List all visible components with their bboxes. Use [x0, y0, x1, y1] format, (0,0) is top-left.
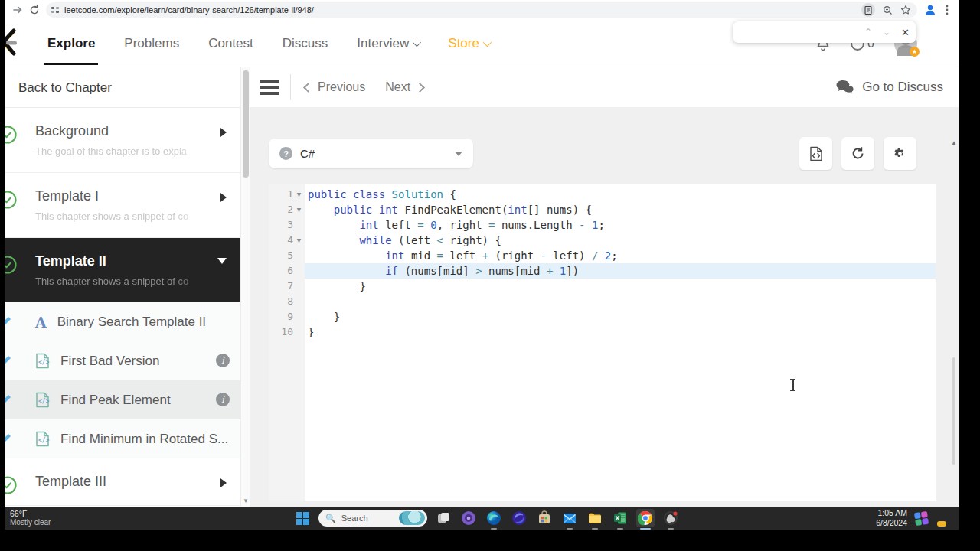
content-scroll-up-icon[interactable]: ▲ [951, 139, 957, 146]
windows-start-button[interactable] [293, 509, 312, 527]
search-daily-image [399, 511, 425, 525]
code-line-3[interactable]: 3 int left = 0, right = nums.Length - 1; [269, 217, 936, 233]
code-line-1[interactable]: 1▼public class Solution { [269, 187, 936, 202]
url-bar[interactable]: leetcode.com/explore/learn/card/binary-s… [46, 2, 917, 18]
language-select[interactable]: ? C# [269, 139, 473, 168]
search-icon: 🔍 [325, 514, 336, 523]
taskbar-app-chrome[interactable] [636, 509, 655, 527]
find-close-icon[interactable]: ✕ [901, 27, 910, 38]
code-lines: 1▼public class Solution {2▼ public int F… [269, 184, 936, 340]
sidebar-scrollbar-thumb[interactable] [243, 70, 249, 178]
tray-app-icon[interactable] [914, 510, 929, 525]
info-icon[interactable]: i [216, 354, 230, 367]
chapter-progress-icon [5, 125, 18, 145]
chevron-right-icon[interactable] [220, 193, 227, 202]
taskbar-apps: X [434, 509, 680, 527]
chapter-subtitle: The goal of this chapter is to expla [35, 145, 217, 157]
fold-arrow-icon[interactable]: ▼ [293, 233, 305, 248]
chapter-template-ii[interactable]: Template IIThis chapter shows a snippet … [5, 238, 240, 302]
line-number: 2 [269, 202, 293, 217]
taskbar-app-edge[interactable] [485, 509, 503, 527]
taskbar-app-mail[interactable] [560, 509, 579, 527]
nav-link-discuss[interactable]: Discuss [283, 20, 328, 67]
code-line-4[interactable]: 4▼ while (left < right) { [269, 233, 936, 248]
windows-taskbar: 66°F Mostly clear 🔍 Search X 1:05 AM 6/8… [5, 507, 959, 530]
previous-button[interactable]: Previous [305, 80, 365, 94]
fold-gutter [293, 263, 305, 279]
info-icon[interactable]: i [216, 393, 230, 406]
go-to-discuss-button[interactable]: Go to Discuss [835, 80, 943, 95]
reset-code-button[interactable] [841, 137, 874, 170]
lesson-binary-search-template-ii[interactable]: ABinary Search Template II [5, 302, 240, 341]
find-next-icon[interactable]: ⌄ [883, 27, 890, 37]
site-info-icon[interactable] [51, 5, 60, 15]
lesson-find-peak-element[interactable]: </>Find Peak Elementi [5, 380, 240, 419]
code-line-7[interactable]: 7 } [269, 279, 936, 294]
find-prev-icon[interactable]: ⌃ [864, 27, 872, 37]
weather-temp: 66°F [10, 509, 51, 518]
line-number: 10 [269, 324, 293, 340]
code-line-2[interactable]: 2▼ public int FindPeakElement(int[] nums… [269, 202, 936, 217]
taskbar-app-file-explorer[interactable] [586, 509, 604, 527]
fold-arrow-icon[interactable]: ▼ [293, 202, 305, 217]
lesson-topbar: Previous Next Go to Discuss [250, 67, 959, 107]
settings-gear-button[interactable] [884, 137, 916, 170]
chevron-down-icon[interactable] [217, 258, 227, 264]
nav-link-store[interactable]: Store [448, 20, 489, 67]
forward-arrow-icon[interactable] [9, 2, 26, 18]
bookmark-star-icon[interactable] [900, 5, 911, 15]
url-text[interactable]: leetcode.com/explore/learn/card/binary-s… [64, 5, 861, 15]
lesson-label: First Bad Version [60, 354, 159, 369]
chevron-right-icon[interactable] [220, 478, 227, 487]
sidebar-scroll-down-icon[interactable]: ▼ [243, 497, 249, 504]
chapter-template-i[interactable]: Template IThis chapter shows a snippet o… [5, 173, 240, 238]
content-scrollbar-thumb[interactable] [952, 357, 956, 465]
code-line-9[interactable]: 9 } [269, 309, 936, 324]
line-number: 7 [269, 279, 293, 294]
weather-widget[interactable]: 66°F Mostly clear [10, 509, 51, 527]
premium-badge-icon: ★ [910, 47, 920, 57]
lesson-first-bad-version[interactable]: </>First Bad Versioni [5, 341, 240, 380]
find-in-page-bar[interactable]: ⌃ ⌄ ✕ [733, 21, 916, 43]
code-line-5[interactable]: 5 int mid = left + (right - left) / 2; [269, 248, 936, 263]
reload-icon[interactable] [26, 2, 43, 18]
code-editor[interactable]: 1▼public class Solution {2▼ public int F… [269, 184, 936, 501]
nav-link-label: Store [448, 36, 479, 51]
nav-link-interview[interactable]: Interview [357, 20, 419, 67]
taskbar-app-purple-app[interactable] [459, 509, 478, 527]
zoom-icon[interactable] [883, 5, 893, 15]
chapter-background[interactable]: BackgroundThe goal of this chapter is to… [5, 108, 240, 173]
chevron-down-icon [483, 37, 492, 46]
nav-link-explore[interactable]: Explore [47, 20, 95, 67]
taskbar-search[interactable]: 🔍 Search [318, 510, 427, 527]
lesson-find-minimum-in-rotated-s-[interactable]: </>Find Minimum in Rotated S... [5, 419, 240, 458]
fold-gutter [293, 309, 305, 324]
code-line-6[interactable]: 6 if (nums[mid] > nums[mid + 1]) [269, 263, 936, 279]
menu-hamburger-icon[interactable] [260, 80, 279, 95]
back-to-chapter-link[interactable]: Back to Chapter [5, 67, 240, 108]
browser-menu-icon[interactable] [939, 2, 956, 18]
reader-mode-icon[interactable] [861, 3, 875, 17]
content-scrollbar[interactable]: ▲ [951, 139, 957, 499]
chapter-template-iii[interactable]: Template III [5, 458, 240, 506]
taskbar-app-store[interactable] [535, 509, 554, 527]
fold-arrow-icon[interactable]: ▼ [293, 187, 305, 202]
code-line-10[interactable]: 10} [269, 324, 936, 340]
taskbar-app-obs[interactable] [662, 509, 680, 527]
code-line-8[interactable]: 8 [269, 294, 936, 309]
chevron-right-icon[interactable] [220, 128, 227, 137]
fold-gutter [293, 294, 305, 309]
discuss-bubbles-icon [835, 80, 855, 95]
taskbar-app-excel[interactable]: X [611, 509, 629, 527]
code-file-button[interactable] [799, 137, 832, 170]
code-text: while (left < right) { [305, 233, 936, 248]
sidebar-scrollbar[interactable]: ▼ [240, 67, 250, 507]
browser-profile-icon[interactable] [922, 2, 939, 18]
taskbar-clock[interactable]: 1:05 AM 6/8/2024 [876, 508, 907, 528]
taskbar-app-swirl-app[interactable] [510, 509, 528, 527]
leetcode-logo-icon[interactable] [5, 28, 28, 59]
nav-link-problems[interactable]: Problems [124, 20, 179, 67]
taskbar-app-task-view[interactable] [434, 509, 452, 527]
next-button[interactable]: Next [385, 80, 423, 94]
nav-link-contest[interactable]: Contest [208, 20, 253, 67]
